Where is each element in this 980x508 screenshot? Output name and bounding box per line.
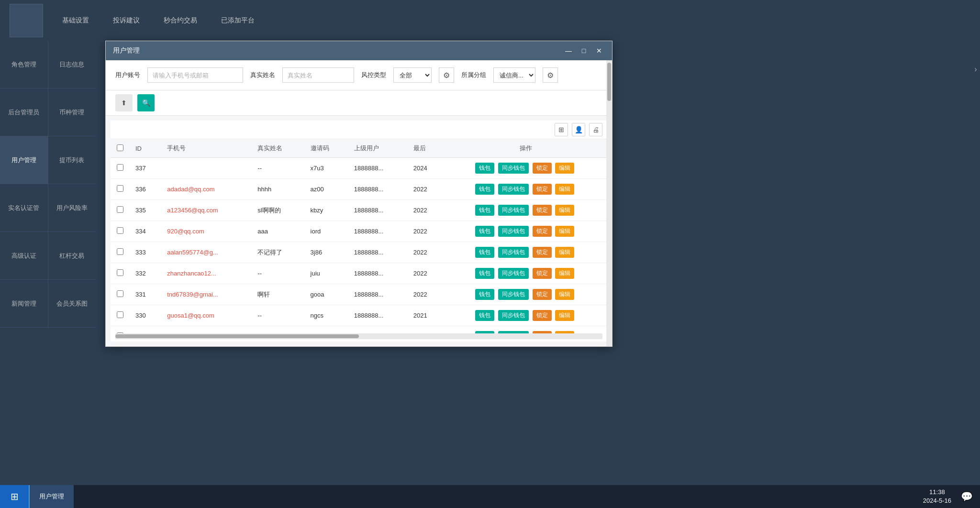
lock-button[interactable]: 锁定	[533, 226, 552, 237]
dialog-titlebar: 用户管理 — □ ✕	[106, 41, 612, 60]
side-cell-risk[interactable]: 用户风险率	[48, 184, 96, 232]
menu-item-basic[interactable]: 基础设置	[57, 14, 94, 27]
edit-button[interactable]: 编辑	[555, 184, 574, 195]
header-last: 最后	[408, 139, 445, 158]
grid-view-button[interactable]: ⊞	[555, 123, 568, 136]
side-cell-user[interactable]: 用户管理	[0, 136, 48, 184]
row-checkbox[interactable]	[117, 269, 123, 276]
lock-button[interactable]: 锁定	[533, 247, 552, 258]
lock-button[interactable]: 锁定	[533, 163, 552, 174]
lock-button[interactable]: 锁定	[533, 205, 552, 216]
horizontal-scrollbar[interactable]	[115, 333, 602, 339]
cell-last: 2022	[408, 221, 445, 242]
vertical-scrollbar-thumb	[607, 63, 611, 101]
close-button[interactable]: ✕	[593, 45, 605, 56]
cell-parent: 1888888...	[348, 263, 408, 284]
taskbar-app-item[interactable]: 用户管理	[29, 485, 74, 508]
side-cell-member[interactable]: 会员关系图	[48, 280, 96, 327]
lock-button[interactable]: 锁定	[533, 289, 552, 300]
sync-wallet-button[interactable]: 同步钱包	[498, 310, 529, 321]
cell-id: 329	[130, 326, 161, 334]
edit-button[interactable]: 编辑	[555, 205, 574, 216]
lock-button[interactable]: 锁定	[533, 184, 552, 195]
cell-phone: adadad@qq.com	[161, 179, 252, 200]
cell-last: 2024	[408, 158, 445, 179]
wallet-button[interactable]: 钱包	[475, 310, 494, 321]
side-cell-advanced[interactable]: 高级认证	[0, 232, 48, 279]
side-row-4: 高级认证 杠杆交易	[0, 232, 96, 280]
minimize-button[interactable]: —	[563, 45, 574, 56]
side-row-5: 新闻管理 会员关系图	[0, 280, 96, 328]
risk-type-gear[interactable]: ⚙	[439, 67, 454, 83]
edit-button[interactable]: 编辑	[555, 268, 574, 279]
cell-invite: juiu	[305, 263, 348, 284]
upload-button[interactable]: ⬆	[115, 94, 133, 111]
lock-button[interactable]: 锁定	[533, 310, 552, 321]
menu-item-second[interactable]: 秒合约交易	[159, 14, 202, 27]
wallet-button[interactable]: 钱包	[475, 226, 494, 237]
row-checkbox-cell	[111, 326, 130, 334]
edit-button[interactable]: 编辑	[555, 226, 574, 237]
group-gear[interactable]: ⚙	[543, 67, 558, 83]
search-button[interactable]: 🔍	[137, 94, 155, 111]
risk-type-select[interactable]: 全部	[393, 67, 432, 83]
row-checkbox[interactable]	[117, 290, 123, 297]
header-checkbox-cell	[111, 139, 130, 158]
search-icon: 🔍	[142, 99, 150, 107]
edit-button[interactable]: 编辑	[555, 247, 574, 258]
vertical-scrollbar[interactable]	[606, 60, 612, 346]
menu-item-added[interactable]: 已添加平台	[216, 14, 259, 27]
wallet-button[interactable]: 钱包	[475, 184, 494, 195]
row-checkbox[interactable]	[117, 164, 123, 171]
sync-wallet-button[interactable]: 同步钱包	[498, 205, 529, 216]
table-toolbar: ⊞ 👤 🖨	[111, 121, 607, 139]
print-button[interactable]: 🖨	[589, 123, 602, 136]
table-row: 331 tnd67839@gmai... 啊轩 gooa 1888888... …	[111, 284, 607, 305]
side-cell-news[interactable]: 新闻管理	[0, 280, 48, 327]
row-checkbox[interactable]	[117, 185, 123, 192]
menu-item-complaint[interactable]: 投诉建议	[108, 14, 145, 27]
side-cell-role[interactable]: 角色管理	[0, 41, 48, 88]
wallet-button[interactable]: 钱包	[475, 289, 494, 300]
sync-wallet-button[interactable]: 同步钱包	[498, 226, 529, 237]
sync-wallet-button[interactable]: 同步钱包	[498, 289, 529, 300]
cell-ops: 钱包 同步钱包 锁定 编辑	[444, 263, 607, 284]
wallet-button[interactable]: 钱包	[475, 163, 494, 174]
collapse-arrow[interactable]: ›	[971, 62, 980, 77]
edit-button[interactable]: 编辑	[555, 289, 574, 300]
wallet-button[interactable]: 钱包	[475, 247, 494, 258]
horizontal-scrollbar-thumb	[115, 334, 359, 338]
row-checkbox[interactable]	[117, 206, 123, 213]
lock-button[interactable]: 锁定	[533, 268, 552, 279]
group-select[interactable]: 诚信商...	[493, 67, 535, 83]
sync-wallet-button[interactable]: 同步钱包	[498, 268, 529, 279]
sync-wallet-button[interactable]: 同步钱包	[498, 163, 529, 174]
account-input[interactable]	[147, 67, 243, 83]
side-cell-leverage[interactable]: 杠杆交易	[48, 232, 96, 279]
side-cell-admin[interactable]: 后台管理员	[0, 88, 48, 136]
header-parent: 上级用户	[348, 139, 408, 158]
maximize-button[interactable]: □	[578, 45, 590, 56]
select-all-checkbox[interactable]	[117, 144, 123, 151]
edit-button[interactable]: 编辑	[555, 163, 574, 174]
cell-realname: aaa	[252, 221, 304, 242]
side-cell-withdraw[interactable]: 提币列表	[48, 136, 96, 184]
cell-last: 2022	[408, 179, 445, 200]
wallet-button[interactable]: 钱包	[475, 205, 494, 216]
realname-input[interactable]	[282, 67, 354, 83]
start-button[interactable]: ⊞	[0, 485, 29, 508]
row-checkbox[interactable]	[117, 248, 123, 255]
row-checkbox[interactable]	[117, 311, 123, 318]
sync-wallet-button[interactable]: 同步钱包	[498, 247, 529, 258]
side-cell-log[interactable]: 日志信息	[48, 41, 96, 88]
side-cell-coin[interactable]: 币种管理	[48, 88, 96, 136]
side-cell-kyc[interactable]: 实名认证管	[0, 184, 48, 232]
table-scroll[interactable]: ID 手机号 真实姓名 邀请码 上级用户 最后 操作 33	[111, 139, 607, 333]
chat-icon[interactable]: 💬	[961, 491, 980, 502]
user-view-button[interactable]: 👤	[572, 123, 585, 136]
sync-wallet-button[interactable]: 同步钱包	[498, 184, 529, 195]
wallet-button[interactable]: 钱包	[475, 268, 494, 279]
edit-button[interactable]: 编辑	[555, 310, 574, 321]
header-realname: 真实姓名	[252, 139, 304, 158]
row-checkbox[interactable]	[117, 227, 123, 234]
